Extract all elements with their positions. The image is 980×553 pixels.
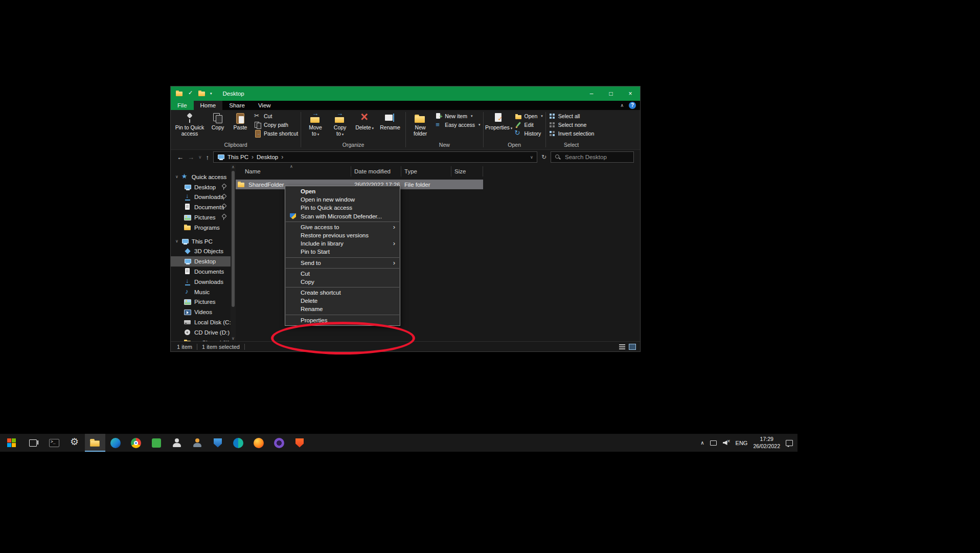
address-bar[interactable]: This PC › Desktop › ∨ xyxy=(213,151,537,163)
copy-button[interactable]: Copy xyxy=(207,111,229,132)
column-header[interactable]: Date modified xyxy=(351,166,401,176)
move-to-button[interactable]: Move to▾ xyxy=(304,111,327,138)
minimize-button[interactable]: – xyxy=(582,86,601,101)
edit-button[interactable]: Edit xyxy=(515,120,543,129)
context-menu-item[interactable]: Delete xyxy=(285,297,400,305)
this-pc-header[interactable]: ∨ This PC xyxy=(171,236,231,247)
help-button[interactable]: ? xyxy=(629,102,636,109)
sidebar-item[interactable]: Pictures xyxy=(171,212,231,223)
copy-path-button[interactable]: Copy path xyxy=(254,120,298,129)
details-view-button[interactable] xyxy=(619,344,626,350)
sidebar-item[interactable]: Documents xyxy=(171,202,231,212)
taskbar-button[interactable] xyxy=(289,434,310,452)
taskbar-button[interactable] xyxy=(85,434,105,452)
new-folder-button[interactable]: New folder xyxy=(408,111,432,138)
back-button[interactable]: ← xyxy=(177,153,184,161)
context-menu-item[interactable]: Give access to xyxy=(285,223,400,231)
select-none-button[interactable]: Select none xyxy=(549,120,595,129)
taskbar-button[interactable] xyxy=(248,434,269,452)
context-menu-item[interactable]: Cut xyxy=(285,270,400,278)
context-menu-item[interactable]: Pin to Quick access xyxy=(285,204,400,212)
menu-tab[interactable]: Share xyxy=(222,101,252,110)
breadcrumb-this-pc[interactable]: This PC xyxy=(227,154,248,160)
column-header[interactable]: Size xyxy=(451,166,483,176)
qat-properties-icon[interactable] xyxy=(188,91,194,97)
qat-new-folder-icon[interactable] xyxy=(198,90,206,97)
sidebar-item[interactable]: Desktop xyxy=(171,256,231,267)
taskbar-button[interactable] xyxy=(44,434,64,452)
search-input[interactable] xyxy=(564,153,630,161)
context-menu-item[interactable]: Include in library xyxy=(285,239,400,248)
menu-tab[interactable]: File xyxy=(171,101,194,110)
breadcrumb-desktop[interactable]: Desktop xyxy=(257,154,278,160)
taskbar-button[interactable] xyxy=(187,434,208,452)
sidebar-item[interactable]: Programs xyxy=(171,223,231,233)
taskbar-button[interactable] xyxy=(146,434,167,452)
context-menu-item[interactable]: Rename xyxy=(285,305,400,313)
context-menu-item[interactable]: Send to xyxy=(285,259,400,267)
cut-button[interactable]: Cut xyxy=(254,112,298,120)
sidebar-item[interactable]: Local Disk (C:) xyxy=(171,317,231,327)
sidebar-item[interactable]: Downloads xyxy=(171,277,231,287)
recent-locations-chevron-icon[interactable]: ∨ xyxy=(198,154,202,160)
taskbar-button[interactable] xyxy=(269,434,289,452)
context-menu-item[interactable]: Properties xyxy=(285,316,400,324)
close-button[interactable]: × xyxy=(621,86,640,101)
properties-button[interactable]: Properties▾ xyxy=(486,111,512,132)
language-indicator[interactable]: ENG xyxy=(736,440,748,446)
context-menu-item[interactable]: Create shortcut xyxy=(285,289,400,297)
taskbar-button[interactable] xyxy=(105,434,126,452)
sidebar-item[interactable]: Downloads xyxy=(171,192,231,203)
column-header[interactable]: Type xyxy=(401,166,451,176)
context-menu-item[interactable]: Copy xyxy=(285,278,400,286)
action-center-icon[interactable] xyxy=(786,439,793,446)
display-tray-icon[interactable] xyxy=(710,439,717,446)
paste-shortcut-button[interactable]: Paste shortcut xyxy=(254,129,298,138)
tray-clock[interactable]: 17:29 26/02/2022 xyxy=(753,436,780,450)
scroll-down-icon[interactable]: ∨ xyxy=(231,336,236,341)
sidebar-item[interactable]: 3D Objects xyxy=(171,247,231,257)
forward-button[interactable]: → xyxy=(188,153,194,161)
menu-tab[interactable]: View xyxy=(252,101,278,110)
expander-icon[interactable]: ∨ xyxy=(175,174,178,179)
invert-selection-button[interactable]: Invert selection xyxy=(549,129,595,138)
quick-access-header[interactable]: ∨ Quick access xyxy=(171,172,231,182)
large-icons-view-button[interactable] xyxy=(629,344,636,350)
context-menu-item[interactable]: Open xyxy=(285,187,400,195)
sidebar-item[interactable]: Desktop xyxy=(171,182,231,192)
select-all-button[interactable]: Select all xyxy=(549,112,595,120)
paste-button[interactable]: Paste xyxy=(230,111,251,132)
taskbar-button[interactable] xyxy=(208,434,228,452)
rename-button[interactable]: Rename xyxy=(377,111,403,132)
delete-button[interactable]: Delete▾ xyxy=(353,111,376,132)
up-button[interactable]: ↑ xyxy=(206,153,210,161)
title-bar[interactable]: ▾ Desktop – □ × xyxy=(171,86,640,101)
pin-to-quick-access-button[interactable]: Pin to Quick access xyxy=(173,111,206,138)
context-menu-item[interactable]: Scan with Microsoft Defender... xyxy=(285,212,400,220)
breadcrumb-separator-icon[interactable]: › xyxy=(252,153,254,161)
scroll-up-icon[interactable]: ∧ xyxy=(231,165,236,169)
breadcrumb-separator-icon[interactable]: › xyxy=(281,153,283,161)
column-header[interactable]: Name xyxy=(236,166,351,176)
address-dropdown-icon[interactable]: ∨ xyxy=(530,155,533,160)
sidebar-item[interactable]: Videos xyxy=(171,307,231,317)
sidebar-item[interactable]: Documents xyxy=(171,267,231,277)
history-button[interactable]: History xyxy=(515,129,543,138)
easy-access-button[interactable]: Easy access ▾ xyxy=(435,120,480,129)
taskbar-button[interactable] xyxy=(228,434,248,452)
new-item-button[interactable]: New item ▾ xyxy=(435,112,480,120)
maximize-button[interactable]: □ xyxy=(601,86,621,101)
scrollbar-thumb[interactable] xyxy=(232,171,235,307)
sidebar-item[interactable]: Pictures xyxy=(171,297,231,307)
collapse-ribbon-icon[interactable]: ∧ xyxy=(620,103,624,108)
expander-icon[interactable]: ∨ xyxy=(175,239,178,244)
taskbar-button[interactable] xyxy=(126,434,146,452)
sidebar-item[interactable]: vmShared (\\VB xyxy=(171,338,231,341)
qat-customize-chevron-icon[interactable]: ▾ xyxy=(210,92,212,96)
taskbar-button[interactable] xyxy=(24,434,44,452)
hidden-icons-chevron-icon[interactable]: ∧ xyxy=(700,440,704,446)
open-button[interactable]: Open ▾ xyxy=(515,112,543,120)
sidebar-item[interactable]: CD Drive (D:) Vir xyxy=(171,327,231,338)
sidebar-item[interactable]: Music xyxy=(171,287,231,297)
taskbar-button[interactable] xyxy=(167,434,187,452)
